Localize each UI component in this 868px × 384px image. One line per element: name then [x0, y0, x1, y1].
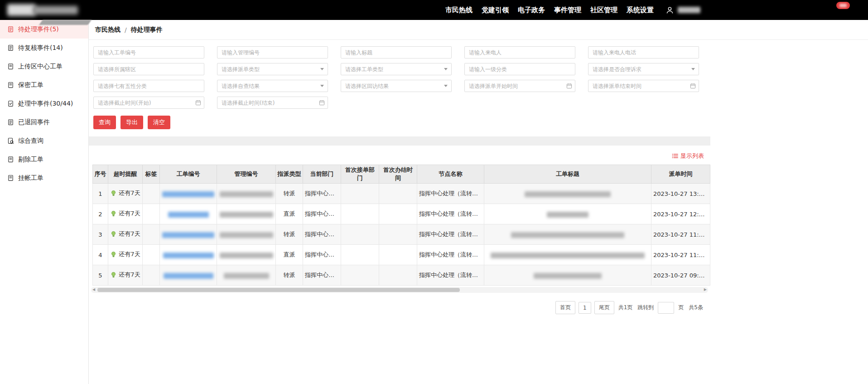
- horizontal-scrollbar[interactable]: ◀ ▶: [91, 287, 708, 293]
- cell-first-finish-time: [379, 204, 417, 224]
- show-list-toggle[interactable]: 显示列表: [89, 148, 710, 165]
- table-header-row: 序号 超时提醒 标签 工单编号 管理编号 指派类型 当前部门 首次接单部门 首次…: [93, 165, 710, 184]
- filter-caller-phone-input[interactable]: [588, 46, 699, 58]
- cell-order-title: [484, 224, 651, 245]
- filter-seven-five-category: [93, 80, 204, 92]
- nav-item-e-government[interactable]: 电子政务: [518, 6, 545, 15]
- sidebar-item-comprehensive-query[interactable]: 综合查询: [0, 131, 88, 150]
- logo-redacted: [33, 6, 78, 15]
- breadcrumb-root[interactable]: 市民热线: [95, 26, 121, 34]
- order-no-link-redacted[interactable]: [168, 212, 209, 218]
- main-content: 市民热线 / 待处理事件 查询 导出 清空 显示列表: [89, 20, 868, 384]
- events-table: 序号 超时提醒 标签 工单编号 管理编号 指派类型 当前部门 首次接单部门 首次…: [92, 165, 710, 286]
- badge-redacted: [839, 4, 847, 7]
- filter-caller-input[interactable]: [464, 46, 575, 58]
- confidential-orders-icon: [7, 82, 14, 88]
- section-divider: [89, 136, 710, 146]
- nav-item-system-settings[interactable]: 系统设置: [627, 6, 654, 15]
- nav-item-event-management[interactable]: 事件管理: [554, 6, 581, 15]
- filter-seven-five-category-input[interactable]: [93, 80, 204, 92]
- jump-page-input[interactable]: [658, 302, 674, 314]
- breadcrumb: 市民热线 / 待处理事件: [89, 20, 868, 40]
- scroll-left-arrow-icon[interactable]: ◀: [92, 287, 95, 292]
- filter-deadline-start-input[interactable]: [93, 97, 204, 109]
- bulb-icon: [110, 190, 117, 197]
- reminder-text: 还有7天: [119, 250, 140, 258]
- sidebar-item-processing-events[interactable]: 处理中事件(30/44): [0, 94, 88, 113]
- cell-first-finish-time: [379, 184, 417, 204]
- export-button[interactable]: 导出: [121, 116, 143, 129]
- total-pages-label: 共1页: [618, 304, 633, 311]
- cell-order-title: [484, 245, 651, 265]
- manage-no-redacted: [224, 273, 269, 279]
- cell-dispatch-type: 直派: [276, 204, 303, 224]
- cell-dispatch-type: 转派: [276, 184, 303, 204]
- last-page-button[interactable]: 尾页: [594, 301, 614, 314]
- filter-manage-no-input[interactable]: [217, 46, 328, 58]
- filter-order-no-input[interactable]: [93, 46, 204, 58]
- cell-first-finish-time: [379, 245, 417, 265]
- sidebar-item-suspense-orders[interactable]: 挂帐工单: [0, 169, 88, 187]
- sidebar-item-label: 待处理事件(5): [18, 25, 59, 34]
- cell-first-accept-dept: [341, 245, 379, 265]
- cell-manage-no: [217, 245, 276, 265]
- top-navbar: 市民热线 党建引领 电子政务 事件管理 社区管理 系统设置: [0, 0, 868, 20]
- cell-first-finish-time: [379, 224, 417, 245]
- filter-district-input[interactable]: [93, 63, 204, 75]
- scroll-right-arrow-icon[interactable]: ▶: [704, 287, 707, 292]
- order-no-link-redacted[interactable]: [162, 191, 214, 197]
- sidebar-item-recheck-events[interactable]: 待复核事件(14): [0, 39, 88, 57]
- notification-badge[interactable]: [836, 2, 850, 9]
- scrollbar-thumb[interactable]: [97, 288, 460, 292]
- col-first-accept-dept: 首次接单部门: [341, 165, 379, 184]
- filter-order-type-select[interactable]: [341, 63, 452, 75]
- upload-orders-icon: [7, 63, 14, 70]
- pending-events-icon: [7, 26, 14, 33]
- nav-item-community-management[interactable]: 社区管理: [590, 6, 617, 15]
- sidebar-item-label: 综合查询: [18, 137, 43, 145]
- filter-dispatch-end-time: [588, 80, 699, 92]
- filter-reasonable-appeal-select[interactable]: [588, 63, 699, 75]
- jump-label: 跳转到: [637, 304, 654, 311]
- manage-no-redacted: [220, 191, 273, 197]
- current-page-button[interactable]: 1: [579, 302, 591, 314]
- action-bar: 查询 导出 清空: [89, 109, 868, 136]
- filter-deadline-end-input[interactable]: [217, 97, 328, 109]
- cell-first-accept-dept: [341, 224, 379, 245]
- filter-dispatch-type-select[interactable]: [217, 63, 328, 75]
- sidebar-item-label: 挂帐工单: [18, 174, 43, 182]
- bulb-icon: [110, 210, 117, 217]
- filter-dispatch-start-time-input[interactable]: [464, 80, 575, 92]
- clear-button[interactable]: 清空: [148, 116, 170, 129]
- filter-level1-category-input[interactable]: [464, 63, 575, 75]
- sidebar-item-confidential-orders[interactable]: 保密工单: [0, 76, 88, 94]
- recheck-events-icon: [7, 44, 14, 51]
- cell-dispatch-time: 2023-10-27 13:14:17: [651, 184, 710, 204]
- sidebar-item-returned-events[interactable]: 已退回事件: [0, 113, 88, 131]
- cell-node-name: 指挥中心处理（流转中）: [417, 224, 484, 245]
- cell-seq: 3: [93, 224, 108, 245]
- query-button[interactable]: 查询: [93, 116, 116, 129]
- filter-manage-no: [217, 46, 328, 58]
- cell-order-no: [160, 184, 217, 204]
- cell-current-dept: 指挥中心处理: [303, 184, 341, 204]
- sidebar-item-removed-orders[interactable]: 剔除工单: [0, 150, 88, 169]
- suspense-orders-icon: [7, 175, 14, 181]
- filter-title-input[interactable]: [341, 46, 452, 58]
- nav-item-party-building[interactable]: 党建引领: [482, 6, 509, 15]
- filter-dispatch-end-time-input[interactable]: [588, 80, 699, 92]
- filter-order-no: [93, 46, 204, 58]
- nav-item-citizen-hotline[interactable]: 市民热线: [445, 6, 473, 15]
- sidebar-item-upload-center-orders[interactable]: 上传区中心工单: [0, 57, 88, 76]
- order-no-link-redacted[interactable]: [162, 232, 214, 238]
- first-page-button[interactable]: 首页: [555, 301, 575, 314]
- cell-reminder: 还有7天: [108, 245, 143, 265]
- order-no-link-redacted[interactable]: [164, 273, 213, 279]
- cell-first-finish-time: [379, 265, 417, 286]
- order-no-link-redacted[interactable]: [163, 253, 214, 258]
- filter-district-revisit-result-select[interactable]: [341, 80, 452, 92]
- filter-self-check-result-select[interactable]: [217, 80, 328, 92]
- user-menu[interactable]: [665, 6, 700, 15]
- pagination: 首页 1 尾页 共1页 跳转到 页 共5条: [89, 293, 710, 323]
- filter-deadline-end: [217, 97, 328, 109]
